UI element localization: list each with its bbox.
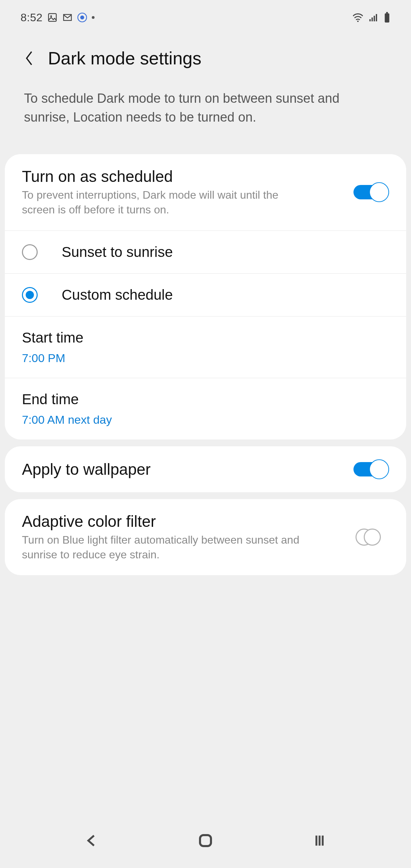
- end-time-value: 7:00 AM next day: [22, 413, 112, 426]
- nav-back-button[interactable]: [78, 830, 105, 851]
- adaptive-card: Adaptive color filter Turn on Blue light…: [5, 499, 406, 575]
- svg-rect-12: [200, 835, 211, 846]
- start-time-row[interactable]: Start time 7:00 PM: [5, 316, 406, 378]
- end-time-row[interactable]: End time 7:00 AM next day: [5, 378, 406, 439]
- svg-rect-8: [374, 16, 375, 21]
- wifi-icon: [352, 13, 364, 22]
- svg-rect-6: [370, 19, 371, 21]
- turn-on-scheduled-text: Turn on as scheduled To prevent interrup…: [22, 167, 343, 217]
- option-sunset-sunrise-label: Sunset to sunrise: [62, 244, 173, 260]
- svg-point-1: [50, 15, 52, 17]
- option-sunset-sunrise[interactable]: Sunset to sunrise: [5, 231, 406, 273]
- svg-rect-0: [49, 14, 57, 22]
- svg-rect-9: [376, 14, 377, 21]
- apply-wallpaper-title: Apply to wallpaper: [22, 460, 343, 479]
- radio-custom-schedule[interactable]: [22, 287, 38, 303]
- svg-rect-7: [372, 17, 373, 21]
- svg-point-4: [80, 15, 84, 20]
- radio-sunset-sunrise[interactable]: [22, 244, 38, 260]
- adaptive-filter-title: Adaptive color filter: [22, 512, 343, 531]
- page-title: Dark mode settings: [48, 48, 201, 69]
- apply-wallpaper-toggle[interactable]: [353, 459, 389, 479]
- dot-icon: [92, 16, 95, 19]
- option-custom-schedule-label: Custom schedule: [62, 287, 173, 303]
- intro-description: To schedule Dark mode to turn on between…: [0, 82, 411, 147]
- nav-recents-button[interactable]: [306, 830, 333, 851]
- turn-on-scheduled-toggle[interactable]: [353, 182, 389, 202]
- battery-icon: [384, 12, 390, 23]
- adaptive-filter-subtitle: Turn on Blue light filter automatically …: [22, 533, 303, 562]
- picture-icon: [47, 12, 58, 23]
- start-time-value: 7:00 PM: [22, 351, 65, 365]
- signal-icon: [369, 13, 379, 22]
- end-time-label: End time: [22, 391, 79, 408]
- turn-on-scheduled-row[interactable]: Turn on as scheduled To prevent interrup…: [5, 154, 406, 230]
- status-bar: 8:52: [0, 0, 411, 27]
- svg-point-5: [357, 21, 359, 22]
- apply-wallpaper-row[interactable]: Apply to wallpaper: [5, 446, 406, 492]
- svg-rect-10: [385, 13, 389, 23]
- back-button[interactable]: [21, 50, 38, 67]
- turn-on-scheduled-subtitle: To prevent interruptions, Dark mode will…: [22, 188, 303, 217]
- adaptive-filter-row[interactable]: Adaptive color filter Turn on Blue light…: [5, 499, 406, 575]
- start-time-label: Start time: [22, 330, 84, 346]
- schedule-card: Turn on as scheduled To prevent interrup…: [5, 154, 406, 439]
- status-bar-right: [352, 12, 390, 23]
- option-custom-schedule[interactable]: Custom schedule: [5, 273, 406, 316]
- status-time: 8:52: [21, 11, 42, 24]
- system-nav-bar: [0, 823, 411, 868]
- turn-on-scheduled-title: Turn on as scheduled: [22, 167, 343, 186]
- page-header: Dark mode settings: [0, 27, 411, 82]
- wallpaper-card: Apply to wallpaper: [5, 446, 406, 492]
- adaptive-filter-toggle[interactable]: [353, 527, 389, 547]
- nav-home-button[interactable]: [192, 830, 219, 851]
- status-bar-left: 8:52: [21, 11, 95, 24]
- mail-icon: [62, 12, 73, 23]
- svg-rect-11: [386, 12, 388, 13]
- heart-circle-icon: [77, 13, 87, 22]
